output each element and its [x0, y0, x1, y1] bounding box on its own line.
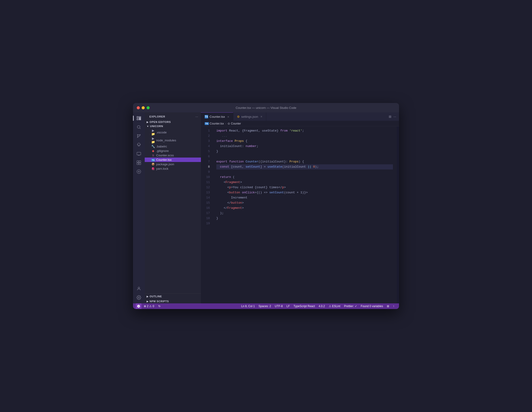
account-icon[interactable]: [135, 285, 143, 293]
version-status[interactable]: 4.0.2: [317, 305, 327, 308]
breadcrumb-separator: ›: [225, 122, 226, 125]
spaces-text: Spaces: 2: [258, 305, 271, 308]
code-line-1: import React, {Fragment, useState} from …: [216, 128, 393, 133]
outline-label: Outline: [150, 295, 162, 298]
code-line-17: );: [216, 211, 393, 216]
code-content[interactable]: import React, {Fragment, useState} from …: [213, 126, 397, 303]
editor-area: TS Counter.tsx × ⚙ settings.json × ⊞ ···…: [201, 112, 399, 303]
file-package-json[interactable]: 📦 package.json: [145, 162, 201, 167]
eol-status[interactable]: LF: [285, 305, 292, 308]
code-line-16: </Fragment>: [216, 206, 393, 211]
breadcrumb-symbol[interactable]: ⊙ Counter: [228, 122, 241, 125]
file-counter-tsx[interactable]: TS Counter.tsx: [145, 158, 201, 162]
tsx-tab-icon: TS: [205, 115, 208, 118]
code-line-11: <Fragment>: [216, 180, 393, 185]
eslint-status[interactable]: ⚠ ESLint: [327, 305, 342, 308]
source-control-icon[interactable]: [135, 132, 143, 140]
sidebar: Explorer ··· ▶ Open Editors ▼ Unicorn ▶ …: [145, 112, 201, 303]
file-gitignore[interactable]: ◆ .gitignore: [145, 149, 201, 153]
svg-rect-8: [139, 163, 141, 165]
code-line-4: initialCount: number;: [216, 144, 393, 149]
sync-status[interactable]: ↻: [156, 305, 162, 308]
extensions-icon[interactable]: [135, 159, 143, 167]
liveshare-status-icon[interactable]: [136, 303, 142, 309]
debug-icon[interactable]: [135, 141, 143, 149]
minimize-button[interactable]: [142, 106, 145, 109]
vscode-window: Counter.tsx — unicorn — Visual Studio Co…: [133, 103, 399, 309]
svg-point-2: [140, 134, 140, 135]
broadcast-status[interactable]: ⊞: [385, 305, 391, 308]
babel-icon: 🔧: [151, 145, 155, 148]
sidebar-bottom: ▶ Outline ▶ NPM Scripts: [145, 293, 201, 303]
status-bar: ⊗ 2 ⚠ 0 ↻ Ln 8, Col 1 Spaces: 2 UTF-8 LF…: [133, 303, 399, 309]
code-line-13: <button onClick={() => setCount(count + …: [216, 190, 393, 195]
code-line-12: <p>You clicked {count} times</p>: [216, 185, 393, 190]
outline-section: ▶ Outline: [145, 293, 201, 299]
folder-icon: ▶ 📁: [151, 137, 155, 144]
json-tab-icon: ⚙: [237, 115, 240, 118]
prettier-status[interactable]: Prettier: ✓: [342, 305, 359, 308]
maximize-button[interactable]: [147, 106, 150, 109]
tab-settings-json-close[interactable]: ×: [260, 115, 262, 118]
eslint-text: ⚠ ESLint: [329, 305, 341, 308]
breadcrumb: TS Counter.tsx › ⊙ Counter: [201, 121, 399, 126]
code-line-6: [216, 154, 393, 159]
code-line-7: export function Counter({initialCount}: …: [216, 159, 393, 164]
errors-status[interactable]: ⊗ 2 ⚠ 0: [142, 305, 156, 308]
svg-point-0: [137, 125, 140, 128]
version-text: 4.0.2: [319, 305, 325, 308]
search-icon[interactable]: [135, 123, 143, 131]
upload-status[interactable]: ↑: [391, 305, 396, 308]
breadcrumb-symbol-icon: ⊙: [228, 122, 230, 125]
npm-scripts-header[interactable]: ▶ NPM Scripts: [145, 299, 201, 303]
file-counter-scss[interactable]: S Counter.scss: [145, 153, 201, 158]
split-editor-icon[interactable]: ⊞: [389, 115, 391, 118]
svg-rect-6: [139, 161, 141, 163]
window-title: Counter.tsx — unicorn — Visual Studio Co…: [236, 106, 296, 110]
sidebar-more-actions[interactable]: ···: [195, 115, 198, 118]
spaces-status[interactable]: Spaces: 2: [257, 305, 273, 308]
open-editors-section[interactable]: ▶ Open Editors: [145, 120, 201, 124]
file-babelrc[interactable]: 🔧 .babelrc: [145, 144, 201, 149]
file-yarn-lock[interactable]: 🧶 yarn.lock: [145, 167, 201, 171]
tab-counter-tsx[interactable]: TS Counter.tsx ×: [201, 112, 233, 121]
remote-icon[interactable]: [135, 150, 143, 158]
file-vscode[interactable]: ▶ 📁 .vscode: [145, 128, 201, 136]
open-editors-chevron: ▶: [147, 121, 149, 123]
scrollbar[interactable]: [397, 126, 399, 303]
code-line-18: }: [216, 216, 393, 221]
breadcrumb-ts-icon: TS: [205, 122, 209, 125]
explorer-icon[interactable]: [135, 114, 143, 122]
language-status[interactable]: TypeScript React: [292, 305, 317, 308]
scss-icon: S: [151, 154, 155, 157]
unicorn-section[interactable]: ▼ Unicorn: [145, 124, 201, 128]
unicorn-chevron: ▼: [147, 125, 149, 128]
activity-bar-bottom: [135, 285, 143, 301]
code-line-9: [216, 169, 393, 175]
code-line-19: [216, 221, 393, 226]
variables-text: Found 0 variables: [361, 305, 383, 308]
encoding-status[interactable]: UTF-8: [273, 305, 285, 308]
titlebar: Counter.tsx — unicorn — Visual Studio Co…: [133, 103, 399, 112]
git-icon: ◆: [151, 149, 155, 153]
language-text: TypeScript React: [293, 305, 315, 308]
code-editor[interactable]: 1 2 3 4 5 6 7 8 9 10 11 12 13 14 15 16 1: [201, 126, 399, 303]
position-text: Ln 8, Col 1: [241, 305, 255, 308]
live-share-icon[interactable]: [135, 168, 143, 176]
tab-counter-tsx-close[interactable]: ×: [227, 115, 229, 119]
variables-status[interactable]: Found 0 variables: [359, 305, 385, 308]
tab-settings-json-label: settings.json: [241, 115, 258, 118]
tab-settings-json[interactable]: ⚙ settings.json ×: [233, 112, 266, 121]
settings-icon[interactable]: [135, 294, 143, 301]
outline-header[interactable]: ▶ Outline: [145, 294, 201, 299]
status-bar-right: Ln 8, Col 1 Spaces: 2 UTF-8 LF TypeScrip…: [239, 305, 396, 308]
file-node-modules[interactable]: ▶ 📁 node_modules: [145, 136, 201, 144]
breadcrumb-file[interactable]: TS Counter.tsx: [205, 122, 224, 125]
unicorn-label: Unicorn: [150, 125, 163, 128]
encoding-text: UTF-8: [275, 305, 283, 308]
more-actions-icon[interactable]: ···: [393, 115, 396, 118]
position-status[interactable]: Ln 8, Col 1: [239, 305, 257, 308]
close-button[interactable]: [137, 106, 140, 109]
code-line-3: interface Props {: [216, 139, 393, 144]
tab-counter-tsx-label: Counter.tsx: [209, 115, 225, 118]
